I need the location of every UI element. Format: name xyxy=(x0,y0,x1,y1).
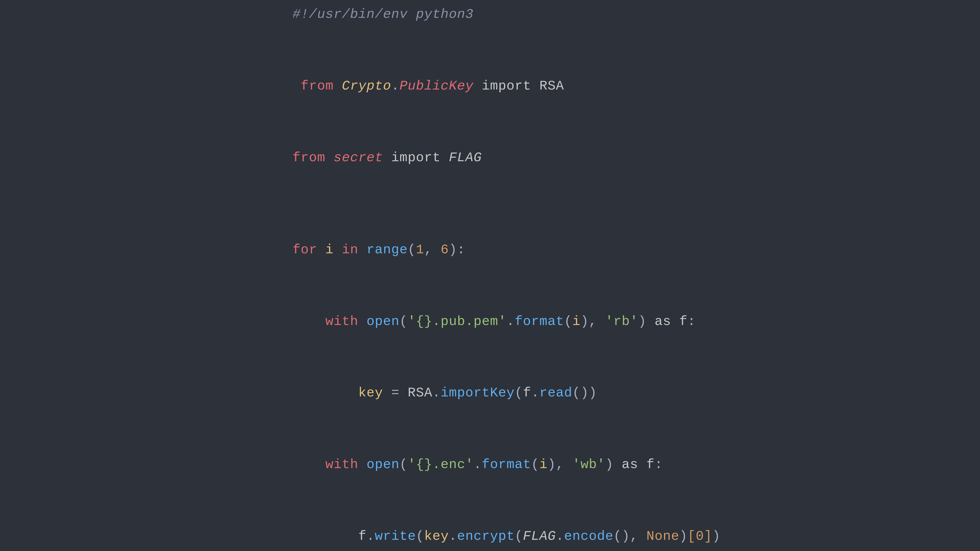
string-wb: 'wb' xyxy=(572,457,605,472)
func-format1: format xyxy=(515,314,564,329)
keyword-as1: as xyxy=(655,314,671,329)
class-flag: FLAG xyxy=(449,150,482,165)
func-open1: open xyxy=(366,314,399,329)
module-publickey: PublicKey xyxy=(399,79,473,94)
string-pub-pem: '{}.pub.pem' xyxy=(408,314,507,329)
var-i-for: i xyxy=(325,242,334,257)
module-crypto: Crypto xyxy=(342,79,391,94)
empty-line-1 xyxy=(259,194,721,214)
keyword-with1: with xyxy=(325,314,358,329)
line-with2: with open('{}.enc'.format(i), 'wb') as f… xyxy=(259,429,721,501)
comment-shebang: #!/usr/bin/env python3 xyxy=(293,7,473,22)
keyword-from2: from xyxy=(293,150,325,165)
var-i-1: i xyxy=(572,314,580,329)
var-f2: f xyxy=(523,386,531,400)
keyword-with2: with xyxy=(325,457,358,472)
var-f1: f xyxy=(679,314,687,329)
class-flag2: FLAG xyxy=(523,529,556,544)
func-format2: format xyxy=(482,457,531,472)
var-f3: f xyxy=(646,457,655,472)
var-i-2: i xyxy=(539,457,547,472)
module-secret: secret xyxy=(334,150,383,165)
line-key-assign: key = RSA.importKey(f.read()) xyxy=(259,357,721,429)
func-importkey: importKey xyxy=(441,386,515,400)
class-rsa: RSA xyxy=(539,79,564,94)
line-with1: with open('{}.pub.pem'.format(i), 'rb') … xyxy=(259,286,721,357)
class-rsa2: RSA xyxy=(408,386,433,400)
func-encode: encode xyxy=(564,529,613,544)
line-shebang: #!/usr/bin/env python3 xyxy=(259,0,721,51)
func-write: write xyxy=(375,529,416,544)
keyword-in: in xyxy=(342,242,359,257)
func-open2: open xyxy=(366,457,399,472)
var-none: None xyxy=(646,529,679,544)
string-rb: 'rb' xyxy=(605,314,638,329)
code-editor: #!/usr/bin/env python3 from Crypto.Publi… xyxy=(239,0,741,551)
func-encrypt: encrypt xyxy=(457,529,515,544)
number-6: 6 xyxy=(441,242,449,257)
keyword-import2: import xyxy=(391,150,441,165)
line-import1: from Crypto.PublicKey import RSA xyxy=(259,51,721,122)
func-read: read xyxy=(539,386,572,400)
line-import2: from secret import FLAG xyxy=(259,122,721,194)
var-key2: key xyxy=(424,529,449,544)
keyword-import1: import xyxy=(482,79,531,94)
keyword-for: for xyxy=(293,242,317,257)
var-key: key xyxy=(358,386,383,400)
var-f4: f xyxy=(358,529,366,544)
string-enc: '{}.enc' xyxy=(408,457,474,472)
keyword-from1: from xyxy=(301,79,334,94)
func-range: range xyxy=(366,242,407,257)
line-for: for i in range(1, 6): xyxy=(259,214,721,286)
line-write: f.write(key.encrypt(FLAG.encode(), None)… xyxy=(259,500,721,551)
number-0: 0 xyxy=(696,529,704,544)
number-1: 1 xyxy=(416,242,424,257)
indent1 xyxy=(293,79,301,94)
keyword-as2: as xyxy=(622,457,638,472)
